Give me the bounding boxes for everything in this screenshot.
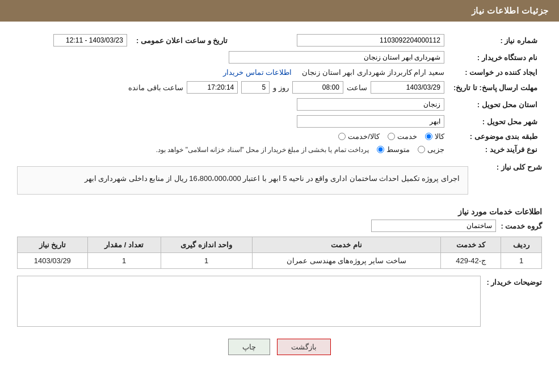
col-vahed: واحد اندازه گیری [161,237,252,253]
tawzih-section: توضیحات خریدار : [17,276,542,328]
tabaqeh-kala-khedmat-radio[interactable] [338,133,346,140]
mohlet-ersal-label: مهلت ارسال پاسخ: تا تاریخ: [449,79,542,96]
grooh-khadamat-label: گروه خدمت : [501,222,542,230]
col-nam-khedmat: نام خدمت [252,237,440,253]
farayand-jozi-radio[interactable] [418,146,425,153]
ejad-konandeh-cell: سعید ارام کاربرداز شهرداری ابهر استان زن… [17,66,449,79]
ejad-konandeh-value: سعید ارام کاربرداز شهرداری ابهر استان زن… [302,68,444,77]
saat-mande-label: ساعت باقی مانده [128,83,183,92]
services-table: ردیف کد خدمت نام خدمت واحد اندازه گیری ت… [17,237,542,269]
nam-dastgah-cell [17,49,449,66]
shomara-niaz-cell [232,32,449,49]
tabaqeh-khedmat-item[interactable]: خدمت [388,132,417,141]
sharh-label: شرح کلی نیاز : [474,161,542,171]
farayand-jozi-label: جزیی [427,145,444,154]
mohlet-ersal-cell: ساعت روز و ساعت باقی مانده [17,79,449,96]
page-header: جزئیات اطلاعات نیاز [0,0,559,22]
ejad-konandeh-label: ایجاد کننده در خواست : [449,66,542,79]
farayand-motavasset-item[interactable]: متوسط [377,145,410,154]
rooz-label: روز و [273,83,289,92]
farayand-motavasset-label: متوسط [386,145,410,154]
tabaqeh-kala-khedmat-label: کالا/خدمت [348,132,380,141]
tarikh-saat-cell [17,32,132,49]
tabaqeh-kala-khedmat-item[interactable]: کالا/خدمت [338,132,380,141]
print-button[interactable]: چاپ [228,339,270,355]
info-table-1: شماره نیاز : تاریخ و ساعت اعلان عمومی : … [17,32,542,156]
sharh-value: اجرای پروژه تکمیل احداث ساختمان اداری وا… [85,174,460,183]
tawzih-content [17,276,481,328]
page-title: جزئیات اطلاعات نیاز [472,6,549,15]
cell-kod-khedmat: ج-42-429 [441,253,501,269]
cell-tarikh-niaz: 1403/03/29 [18,253,88,269]
farayand-jozi-item[interactable]: جزیی [418,145,444,154]
ostan-tahvil-input[interactable] [297,98,444,111]
cell-tedad: 1 [87,253,161,269]
ostan-tahvil-cell [17,96,449,113]
tabaqeh-cell: کالا خدمت کالا/خدمت [17,130,449,143]
tabaqeh-label: طبقه بندی موضوعی : [449,130,542,143]
nov-farayand-cell: جزیی متوسط پرداخت تمام یا بخشی از مبلغ خ… [17,143,449,156]
shahr-mahel-input[interactable] [297,115,444,128]
col-tarikh-niaz: تاریخ نیاز [18,237,88,253]
grooh-khadamat-input[interactable] [371,220,496,232]
saat-label: ساعت [347,83,367,92]
cell-radif: 1 [501,253,542,269]
nam-dastgah-label: نام دستگاه خریدار : [449,49,542,66]
cell-nam-khedmat: ساخت سایر پروژه‌های مهندسی عمران [252,253,440,269]
col-radif: ردیف [501,237,542,253]
ostan-tahvil-label: استان محل تحویل : [449,96,542,113]
saat-mande-input[interactable] [187,81,238,94]
shomara-niaz-label: شماره نیاز : [449,32,542,49]
rooz-input[interactable] [241,81,270,94]
tabaqeh-kala-radio[interactable] [425,133,432,140]
farayand-note: پرداخت تمام یا بخشی از مبلغ خریدار از مح… [156,146,369,154]
tawzih-textarea[interactable] [17,276,481,327]
tarikh-input[interactable] [371,81,444,94]
tabaqeh-khedmat-radio[interactable] [388,133,395,140]
content-area: شماره نیاز : تاریخ و ساعت اعلان عمومی : … [0,22,559,361]
cell-vahed: 1 [161,253,252,269]
shahr-mahel-cell [17,113,449,130]
nov-farayand-label: نوع فرآیند خرید : [449,143,542,156]
sharh-box: اجرای پروژه تکمیل احداث ساختمان اداری وا… [17,166,468,195]
page-wrapper: جزئیات اطلاعات نیاز شماره نیاز : تاریخ و… [0,0,559,392]
button-row: بازگشت چاپ [17,339,542,355]
tarikh-saat-label: تاریخ و ساعت اعلان عمومی : [132,32,232,49]
ettelaat-tamas-link[interactable]: اطلاعات تماس خریدار [223,68,292,77]
col-tedad: تعداد / مقدار [87,237,161,253]
saat-input[interactable] [292,81,343,94]
back-button[interactable]: بازگشت [277,339,331,355]
tabaqeh-kala-item[interactable]: کالا [425,132,444,141]
shomara-niaz-input[interactable] [297,34,444,47]
tabaqeh-khedmat-label: خدمت [397,132,417,141]
shahr-mahel-label: شهر محل تحویل : [449,113,542,130]
tawzih-label: توضیحات خریدار : [486,276,542,286]
ettelaat-khadamat-title: اطلاعات خدمات مورد نیاز [17,207,542,216]
farayand-motavasset-radio[interactable] [377,146,384,153]
nam-dastgah-input[interactable] [229,51,444,64]
table-row: 1 ج-42-429 ساخت سایر پروژه‌های مهندسی عم… [18,253,542,269]
tarikh-saat-input[interactable] [53,34,127,47]
tabaqeh-kala-label: کالا [435,132,444,141]
col-kod-khedmat: کد خدمت [441,237,501,253]
